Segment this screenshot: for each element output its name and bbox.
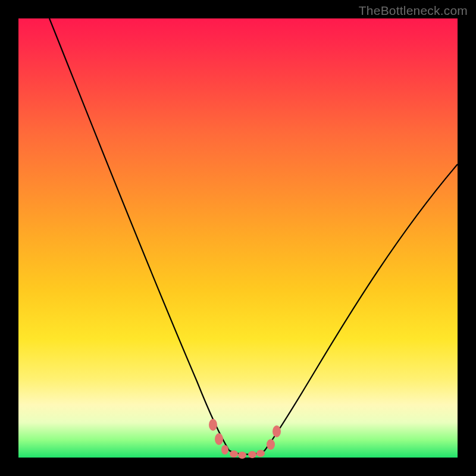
chart-frame: TheBottleneck.com [0,0,476,476]
marker-dot [238,452,246,459]
watermark-text: TheBottleneck.com [359,4,468,18]
marker-dot [273,425,281,437]
curve-right-branch [264,164,458,451]
marker-dot [209,419,217,431]
marker-dot [215,433,223,445]
marker-dot [248,451,256,458]
curve-left-branch [49,18,229,450]
marker-dot [267,439,275,450]
marker-group [209,419,281,459]
marker-dot [256,450,265,457]
plot-area [18,18,458,458]
curve-layer [18,18,458,458]
marker-dot [230,450,238,458]
marker-dot [221,445,228,455]
